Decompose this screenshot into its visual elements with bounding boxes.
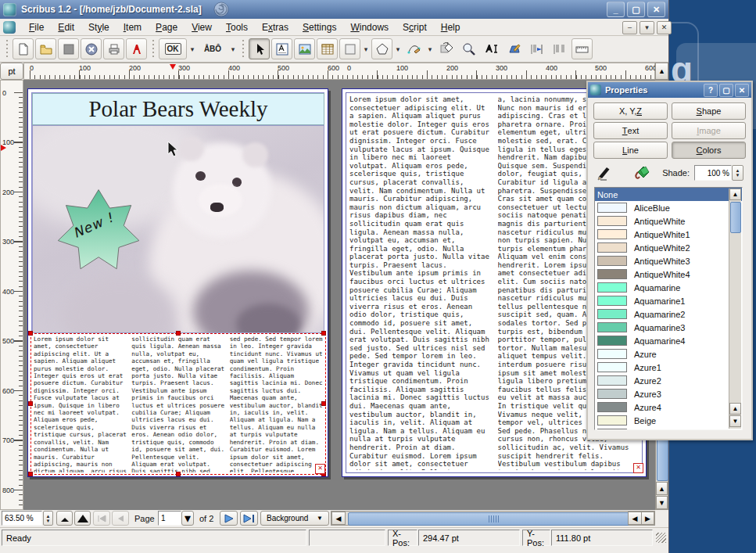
color-row[interactable]: Azure bbox=[595, 347, 742, 361]
properties-tab[interactable]: Text bbox=[593, 122, 668, 139]
color-row[interactable]: Azure1 bbox=[595, 361, 742, 374]
menubar-item[interactable]: Tools bbox=[219, 20, 255, 34]
zoom-level-field[interactable]: 63.50 % bbox=[2, 511, 42, 526]
bezier-dropdown-caret[interactable]: ▾ bbox=[425, 45, 435, 53]
page-1[interactable]: Polar Bears Weekly bbox=[27, 88, 328, 477]
color-row[interactable]: AntiqueWhite3 bbox=[595, 254, 742, 268]
zoom-in-button[interactable] bbox=[74, 511, 91, 526]
insert-table-button[interactable] bbox=[317, 38, 338, 59]
menubar-item[interactable]: Settings bbox=[296, 20, 343, 34]
polygon-dropdown-caret[interactable]: ▾ bbox=[393, 45, 403, 53]
last-page-button[interactable] bbox=[240, 511, 258, 526]
menubar-item[interactable]: Script bbox=[396, 20, 434, 34]
mdi-shade-button[interactable]: ▾ bbox=[640, 21, 654, 34]
color-row[interactable]: Aquamarine bbox=[595, 281, 742, 294]
document-canvas[interactable]: Polar Bears Weekly bbox=[23, 80, 655, 510]
shade-spinner[interactable]: ▲▼ bbox=[732, 165, 743, 181]
insert-text-frame-button[interactable] bbox=[271, 38, 292, 59]
previous-page-button[interactable] bbox=[112, 511, 129, 526]
properties-tab[interactable]: X, Y, Z bbox=[593, 102, 668, 120]
color-scroll-up-button-2[interactable]: ▲ bbox=[729, 403, 741, 415]
new-badge-star[interactable]: New ! bbox=[56, 183, 142, 275]
zoom-out-button[interactable] bbox=[56, 511, 73, 526]
selection-handle[interactable] bbox=[28, 401, 33, 406]
color-list-scrollbar[interactable]: ▲ ▲ ▼ bbox=[729, 189, 741, 429]
color-list[interactable]: ▲ ▲ ▼ None AliceBlue AntiqueWhite Antiqu… bbox=[594, 187, 743, 430]
color-scroll-down-button[interactable]: ▼ bbox=[729, 415, 741, 427]
vertical-scroll-up-button-2[interactable]: ▲ bbox=[656, 482, 668, 495]
color-row[interactable]: Aquamarine1 bbox=[595, 294, 742, 307]
properties-tab[interactable]: Line bbox=[593, 142, 668, 159]
window-resize-grip[interactable] bbox=[656, 533, 666, 543]
properties-tab[interactable]: Shape bbox=[672, 102, 746, 120]
menubar-item[interactable]: File bbox=[22, 20, 51, 34]
vertical-ruler[interactable]: 0100200300400500600700800 bbox=[0, 80, 23, 510]
horizontal-scrollbar-thumb[interactable] bbox=[348, 512, 629, 526]
edit-contents-button[interactable] bbox=[481, 38, 502, 59]
ok-dropdown-caret[interactable]: ▾ bbox=[188, 45, 197, 53]
ok-tool-button[interactable]: OK bbox=[159, 38, 187, 59]
measurements-button[interactable] bbox=[571, 38, 593, 59]
menubar-item[interactable]: Style bbox=[81, 20, 116, 34]
properties-titlebar[interactable]: Properties ? ▢ ✕ bbox=[588, 82, 751, 98]
selection-handle[interactable] bbox=[176, 472, 181, 476]
new-document-button[interactable] bbox=[13, 38, 34, 59]
fill-color-bucket-icon[interactable] bbox=[633, 164, 652, 181]
horizontal-scrollbar[interactable]: ◀ ◀ ▶ bbox=[331, 511, 655, 526]
unit-selector[interactable]: pt bbox=[0, 63, 23, 80]
color-row[interactable]: Beige bbox=[595, 414, 742, 427]
properties-close-button[interactable]: ✕ bbox=[735, 84, 749, 97]
properties-maximize-button[interactable]: ▢ bbox=[719, 84, 733, 97]
properties-tab[interactable]: Colors bbox=[672, 142, 746, 159]
next-page-button[interactable] bbox=[220, 511, 238, 526]
page-number-dropdown[interactable]: ▾ bbox=[181, 511, 194, 526]
menubar-item[interactable]: Extras bbox=[255, 20, 296, 34]
selected-text-frame[interactable]: Lorem ipsum dolor sit amet, consectetuer… bbox=[30, 333, 326, 475]
edit-line-color-pen-icon[interactable] bbox=[596, 164, 613, 181]
selection-handle[interactable] bbox=[28, 472, 33, 476]
open-document-button[interactable] bbox=[35, 38, 56, 59]
window-close-button[interactable]: ✕ bbox=[647, 2, 665, 17]
color-scrollbar-thumb[interactable] bbox=[730, 202, 741, 233]
insert-polygon-button[interactable] bbox=[371, 38, 392, 59]
menubar-item[interactable]: Page bbox=[149, 20, 185, 34]
vertical-scroll-down-button[interactable]: ▼ bbox=[656, 496, 668, 509]
vertical-scroll-up-button[interactable]: ▲ bbox=[655, 63, 668, 80]
color-row[interactable]: Aquamarine4 bbox=[595, 334, 742, 347]
color-row[interactable]: Azure4 bbox=[595, 400, 742, 414]
selection-handle[interactable] bbox=[176, 331, 181, 336]
color-row[interactable]: Azure2 bbox=[595, 374, 742, 387]
window-titlebar[interactable]: Scribus 1.2 - [/home/jzb/Document-2.sla]… bbox=[0, 0, 668, 19]
color-row[interactable]: Aquamarine2 bbox=[595, 307, 742, 321]
insert-shape-button[interactable] bbox=[339, 38, 360, 59]
color-row[interactable]: AntiqueWhite2 bbox=[595, 241, 742, 254]
page-number-field[interactable]: 1 bbox=[158, 511, 181, 526]
spellcheck-button[interactable]: ÅBÔ bbox=[198, 38, 228, 59]
color-row[interactable]: None bbox=[595, 188, 742, 201]
horizontal-ruler[interactable]: 01002003004005006000100200300400500600 bbox=[23, 63, 655, 80]
selection-handle[interactable] bbox=[321, 401, 326, 406]
rotate-tool-button[interactable] bbox=[435, 38, 457, 59]
color-row[interactable]: AliceBlue bbox=[595, 201, 742, 214]
select-tool-button[interactable] bbox=[249, 38, 270, 59]
color-row[interactable]: AntiqueWhite1 bbox=[595, 228, 742, 241]
shade-value-field[interactable]: 100 % bbox=[694, 165, 732, 181]
properties-tab[interactable]: Image bbox=[672, 122, 746, 139]
zoom-tool-button[interactable] bbox=[458, 38, 479, 59]
selection-handle[interactable] bbox=[321, 331, 326, 336]
menubar-item[interactable]: View bbox=[185, 20, 219, 34]
layer-selector[interactable]: Background▼ bbox=[260, 511, 329, 526]
bezier-tool-button[interactable] bbox=[403, 38, 425, 59]
color-row[interactable]: AntiqueWhite bbox=[595, 214, 742, 228]
menubar-item[interactable]: Item bbox=[116, 20, 149, 34]
horizontal-scroll-left-button[interactable]: ◀ bbox=[331, 512, 346, 525]
mdi-minimize-button[interactable]: – bbox=[622, 21, 637, 34]
link-text-frames-button[interactable] bbox=[526, 38, 547, 59]
export-pdf-button[interactable] bbox=[126, 38, 147, 59]
mdi-close-button[interactable]: ✕ bbox=[657, 21, 672, 34]
first-page-button[interactable] bbox=[93, 511, 110, 526]
horizontal-scroll-left-button-2[interactable]: ◀ bbox=[628, 512, 642, 525]
color-row[interactable]: AntiqueWhite4 bbox=[595, 268, 742, 281]
window-minimize-button[interactable]: _ bbox=[607, 2, 625, 17]
insert-image-frame-button[interactable] bbox=[294, 38, 315, 59]
